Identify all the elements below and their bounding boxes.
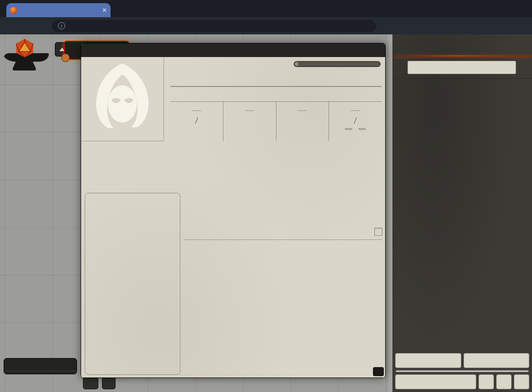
create-actor-button[interactable] (395, 353, 461, 368)
cogs-icon (518, 379, 525, 385)
death-success-icon[interactable] (211, 229, 217, 235)
search-input[interactable] (407, 61, 516, 74)
players-panel[interactable] (4, 358, 77, 374)
sitemap-icon (483, 379, 489, 385)
abilities-row (85, 158, 382, 189)
actor-directory (392, 78, 532, 79)
folder-icon (492, 358, 498, 364)
level-block (294, 61, 381, 67)
health-title (192, 110, 201, 111)
short-rest-button[interactable] (345, 128, 352, 130)
bookmark-star-icon[interactable] (382, 22, 390, 30)
tab-close-icon[interactable]: ✕ (102, 7, 107, 14)
ac-title (245, 110, 254, 111)
speed-title (298, 110, 307, 111)
screen: ✕ i (0, 0, 532, 392)
detail-fields (170, 87, 382, 102)
attributes-right-column (184, 193, 382, 242)
gm-badge (61, 53, 70, 62)
sheet-body: / (81, 57, 385, 378)
create-folder-button[interactable] (464, 353, 530, 368)
browser-toolbar: i (0, 17, 532, 34)
armor-class-block[interactable] (223, 102, 276, 141)
window-header[interactable] (81, 43, 385, 57)
canvas-edge (388, 34, 392, 392)
window-controls (472, 0, 529, 17)
settings-button[interactable] (514, 374, 529, 389)
search-icon (396, 64, 404, 72)
health-block[interactable]: / (170, 102, 223, 141)
5etools-import-button[interactable] (395, 374, 476, 389)
hotbar-page-down-icon[interactable] (106, 378, 112, 384)
reload-icon[interactable] (36, 21, 46, 31)
chevron-down-icon (24, 363, 29, 368)
death-saves-row (184, 226, 382, 238)
death-fail-icon[interactable] (227, 229, 233, 235)
stats-row: / (170, 102, 382, 141)
sort-icon[interactable] (520, 63, 528, 72)
sidebar-tabs (392, 34, 532, 55)
resize-handle[interactable] (373, 367, 384, 376)
browser-tab[interactable]: ✕ (6, 3, 111, 17)
resize-icon (376, 369, 382, 375)
xp-progress-bar (294, 61, 381, 67)
hit-dice-title (351, 110, 360, 111)
speed-block[interactable] (276, 102, 329, 141)
sheet-tabs (81, 143, 385, 157)
sheet-header: / (164, 57, 385, 141)
plus-icon (118, 7, 125, 14)
new-tab-button[interactable] (115, 4, 127, 16)
skills-list (85, 193, 180, 375)
back-icon[interactable] (5, 21, 15, 31)
forward-icon[interactable] (21, 21, 31, 31)
folder-tree-button[interactable] (479, 374, 494, 389)
character-portrait[interactable] (81, 57, 164, 141)
long-rest-button[interactable] (358, 128, 366, 130)
sidebar-footer (392, 350, 532, 392)
person-icon (423, 358, 430, 364)
inspiration-checkbox[interactable] (374, 228, 382, 236)
foundry-logo (3, 38, 53, 75)
foundry-favicon-icon (10, 7, 17, 14)
url-bar[interactable]: i (52, 20, 376, 32)
browser-tabstrip: ✕ (0, 0, 532, 17)
gear-icon (431, 379, 437, 385)
users-icon (9, 362, 15, 368)
sidebar (392, 34, 532, 392)
site-info-icon[interactable]: i (58, 22, 65, 29)
trash-icon (501, 379, 507, 385)
delete-button[interactable] (496, 374, 512, 389)
character-sheet-window[interactable]: / (81, 43, 386, 378)
search-row (392, 57, 532, 78)
resources-row (184, 193, 382, 224)
hit-dice-block[interactable]: / (329, 102, 382, 141)
